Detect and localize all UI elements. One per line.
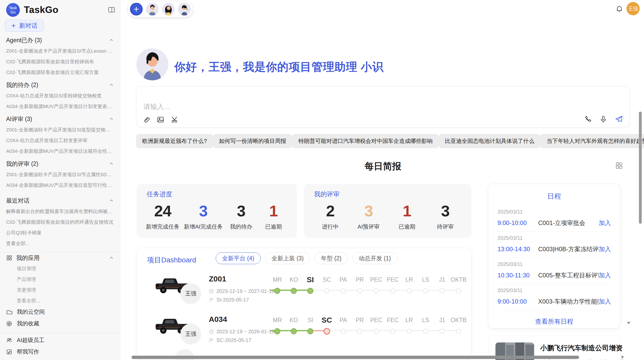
sidebar-item-creative-draw[interactable]: 创意制图 [0,358,120,360]
sidebar-collapse-icon[interactable] [108,7,115,14]
vertical-scrollbar-thumb[interactable] [639,112,642,224]
sidebar-item-cloud-space[interactable]: 我的云空间 [0,306,120,318]
stat-card-title: 我的评审 [314,190,340,198]
user-avatar[interactable]: 王强 [626,2,640,15]
sidebar-task-item[interactable]: A034-全新新能源MUV产品开发项目法规符合性评审 [0,146,120,157]
notification-bell-icon[interactable] [616,5,623,14]
sidebar-recent-item[interactable]: 公司Q3轻卡销量 [0,228,120,238]
milestone-dot [456,288,461,293]
stat-value: 3 [184,200,223,222]
join-link[interactable]: 加入 [599,271,611,279]
horizontal-scrollbar-thumb[interactable] [131,356,579,359]
schedule-title: 日程 [497,192,611,201]
sidebar-apps-items: 项目管理产品管理变更管理查看全部... [0,263,120,306]
chat-input-card[interactable]: 请输入... [136,86,630,128]
favorites-label: 我的收藏 [17,320,39,327]
milestone-label: J1 [434,314,450,326]
microphone-icon[interactable] [599,115,607,123]
add-agent-button[interactable] [130,3,143,16]
layout-grid-icon[interactable] [615,162,623,170]
milestone: FEC [385,274,401,296]
milestone: LR [401,274,417,296]
dashboard-filter-chip[interactable]: 全新平台 (4) [216,252,261,264]
section-title: 我的待办 (2) [6,81,38,89]
join-link[interactable]: 加入 [599,219,611,227]
scroll-right-arrow-icon[interactable] [620,354,625,360]
milestone-dot [440,329,445,334]
sidebar-app-item[interactable]: 项目管理 [0,263,120,274]
sidebar-recent-item[interactable]: 解释最新出台的欧盟报废车法规再生塑料比例被调至15%... [0,206,120,217]
stat-label: 新增完成任务 [146,223,180,231]
milestone-dot [374,288,379,293]
dashboard-filter-chip[interactable]: 年型 (2) [315,252,348,264]
sidebar-task-item[interactable]: C02-飞腾新能源轻客改款项目里程碑画布 [0,56,120,67]
stat: 1已逾期 [393,200,421,231]
new-chat-button[interactable]: + 新对话 [5,20,44,32]
milestone-dot [341,329,346,334]
daily-briefing-title: 每日简报 [136,160,630,173]
suggestion-chip[interactable]: 特朗普可能对进口汽车增税会对中国车企造成哪些影响 [292,134,439,148]
sidebar-task-item[interactable]: C0X4-动力总成开发项目工程变更评审 [0,135,120,146]
milestone-dot [374,329,379,334]
team-avatar[interactable] [146,3,159,16]
sidebar-item-favorites[interactable]: 我的收藏 [0,318,120,329]
sidebar-task-item[interactable]: A034-全新新能源MUV产品开发项目计划变更表编写 [0,101,120,112]
sidebar-task-item[interactable]: C0X4-动力总成开发项目SI里程碑提交物检查 [0,91,120,101]
sidebar-recent-item[interactable]: C02-飞腾新能源轻客改款项目的闭环通告反馈情况 [0,217,120,228]
section-title: AI评审 (3) [6,115,32,123]
sidebar-item-help-write[interactable]: 帮我写作 [0,346,120,358]
team-avatar[interactable] [178,3,191,16]
stat-label: 已逾期 [259,223,287,231]
section-header[interactable]: 我的评审 (2) [0,158,120,169]
suggestion-chip[interactable]: 欧洲新规最近颁布了什么? [136,134,213,148]
sidebar-app-item[interactable]: 查看全部... [0,295,120,306]
dashboard-filter-chip[interactable]: 全新上装 (3) [265,252,310,264]
flag-icon [209,338,214,343]
apps-grid-icon [6,255,12,261]
suggestion-chip[interactable]: 如何写一份清晰的项目周报 [213,134,292,148]
sidebar-item-my-apps[interactable]: 我的应用 [0,252,120,263]
project-row[interactable]: 王强Z0012023-12-19 ~ 2027-01-19SI-2025-05-… [137,272,471,312]
join-link[interactable]: 加入 [599,245,611,253]
section-header[interactable]: Agent已办 (3) [0,35,120,46]
section-header[interactable]: 最近对话 [0,195,120,206]
avatar-illustration [162,3,175,16]
team-avatar[interactable] [162,3,175,16]
phone-icon[interactable] [584,115,592,123]
sidebar-item-ai-super-staff[interactable]: AI超级员工 [0,334,120,346]
sidebar-app-item[interactable]: 变更管理 [0,285,120,295]
suggestion-chip[interactable]: 比亚迪全固态电池计划具体说了什么 [439,134,540,148]
join-link[interactable]: 加入 [599,297,611,306]
project-owner-avatar: 王强 [180,283,201,304]
sidebar-task-sections: Agent已办 (3)Z001-全新燃油皮卡产品开发项目SI节点Lesson L… [0,35,120,191]
section-header[interactable]: AI评审 (3) [0,113,120,125]
milestone-label: OKTB [450,274,467,285]
sidebar-task-item[interactable]: Z001-全新燃油皮卡产品开发项目SI节点Lesson Learn报告 [0,46,120,56]
sidebar-task-item[interactable]: Z001-全新燃油轻卡产品开发项目SI造型提交物评审 [0,125,120,135]
plus-icon [133,6,140,12]
paperclip-icon[interactable] [142,116,150,123]
milestone-dot [423,329,428,334]
milestone: LR [401,314,417,337]
schedule-time: 13:00-14:30 [497,246,538,253]
dashboard-filter-chip[interactable]: 动总开发 (1) [353,252,398,264]
scroll-down-arrow-icon[interactable] [626,321,631,326]
sidebar-app-item[interactable]: 产品管理 [0,274,120,285]
send-icon[interactable] [615,115,623,123]
sidebar-task-item[interactable]: C02-飞腾新能源轻客改款项目立项汇报方案 [0,67,120,78]
stat-label: 待评审 [431,223,459,231]
project-row[interactable]: 王强A0342023-12-19 ~ 2026-01-19SC-2025-05-… [137,312,471,353]
sidebar-task-item[interactable]: A034-全新新能源MUV产品开发项目造型可行性评审 [0,180,120,191]
milestone-label: SC [318,314,335,326]
section-title: 最近对话 [6,197,30,205]
suggestion-chip[interactable]: 当下年轻人对汽车外观有怎样的喜好趋势 [540,134,644,148]
main-content: 王强 你好，王强，我是你的项目管理助理 小识 请输入... 欧洲新规最近颁布了什… [120,0,644,360]
section-header[interactable]: 我的待办 (2) [0,79,120,91]
sidebar-task-item[interactable]: Z001-全新燃油轻卡产品开发项目SI节点属性5D文件评审 [0,169,120,180]
chevron-up-icon [109,38,114,43]
image-icon[interactable] [157,116,164,123]
milestone-timeline: MRKOSISCPAPRPECFECLRLSJ1OKTB [269,314,467,342]
view-all-schedule-link[interactable]: 查看所有日程 [497,317,611,326]
scissors-icon[interactable] [171,116,179,123]
sidebar-recent-item[interactable]: 查看全部... [0,238,120,249]
